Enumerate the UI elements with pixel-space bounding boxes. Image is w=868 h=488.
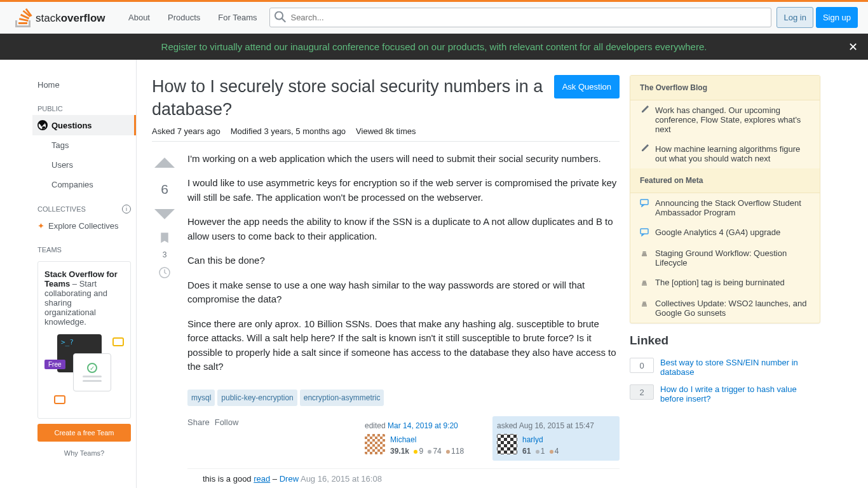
- sidebar-explore-collectives[interactable]: ✦ Explore Collectives: [32, 216, 136, 236]
- comment-author[interactable]: Drew: [280, 474, 299, 484]
- pencil-icon: [640, 105, 650, 116]
- share-link[interactable]: Share: [187, 416, 210, 429]
- linked-item: 2 How do I write a trigger to hash value…: [630, 384, 820, 403]
- search-input[interactable]: [269, 8, 771, 27]
- bronze-count: 4: [555, 447, 559, 456]
- body-p3: However the app needs the ability to kno…: [187, 215, 620, 243]
- editor-name[interactable]: Michael: [390, 435, 416, 444]
- gold-count: 9: [419, 447, 423, 456]
- vote-controls: 6 3: [152, 152, 177, 488]
- teams-promo-box: Stack Overflow for Teams – Start collabo…: [37, 261, 131, 419]
- stack-icon: [640, 248, 650, 259]
- comment-link[interactable]: read: [254, 474, 270, 484]
- upvote-button[interactable]: [153, 152, 176, 177]
- ask-question-button[interactable]: Ask Question: [554, 75, 620, 98]
- follow-link[interactable]: Follow: [215, 416, 239, 429]
- meta-item[interactable]: The [option] tag is being burninated: [655, 278, 785, 287]
- avatar[interactable]: [497, 434, 517, 454]
- bookmark-count: 3: [163, 250, 167, 259]
- downvote-button[interactable]: [153, 202, 176, 227]
- blog-header: The Overflow Blog: [630, 76, 820, 100]
- question-meta: Asked 7 years ago Modified 3 years, 5 mo…: [152, 126, 620, 142]
- svg-text:stackoverflow: stackoverflow: [36, 12, 105, 24]
- tag[interactable]: public-key-encryption: [217, 390, 297, 406]
- body-p4: Can this be done?: [187, 254, 620, 268]
- globe-icon: [37, 120, 48, 130]
- linked-link[interactable]: Best way to store SSN/EIN number in data…: [660, 358, 820, 377]
- body-p5: Does it make sense to use a one way hash…: [187, 278, 620, 307]
- blog-item[interactable]: Work has changed. Our upcoming conferenc…: [655, 105, 810, 134]
- create-team-button[interactable]: Create a free Team: [37, 424, 131, 442]
- linked-item: 0 Best way to store SSN/EIN number in da…: [630, 358, 820, 377]
- timeline-button[interactable]: [159, 267, 170, 280]
- asker-name[interactable]: harlyd: [522, 435, 543, 444]
- section-teams: TEAMS: [32, 236, 136, 256]
- main-content: How to I securely store social security …: [137, 60, 836, 488]
- section-collectives: COLLECTIVES: [37, 205, 86, 213]
- asked-label: Asked: [152, 126, 175, 136]
- ask-time: Aug 16, 2015 at 15:47: [519, 421, 594, 430]
- pencil-icon: [640, 144, 650, 155]
- announcement-banner: Register to virtually attend our inaugur…: [0, 34, 868, 60]
- body-p2: I would like to use asymmetric keys for …: [187, 176, 620, 205]
- nav-products[interactable]: Products: [160, 9, 208, 26]
- meta-speech-icon: [640, 198, 650, 209]
- login-button[interactable]: Log in: [776, 7, 813, 28]
- edit-time-link[interactable]: Mar 14, 2019 at 9:20: [388, 421, 458, 430]
- sidebar-home[interactable]: Home: [32, 75, 136, 95]
- asker-card: asked Aug 16, 2015 at 15:47 harlyd 61 1: [492, 416, 620, 461]
- body-p1: I'm working on a web application which t…: [187, 152, 620, 166]
- svg-rect-3: [641, 229, 648, 234]
- silver-count: 74: [433, 447, 441, 456]
- stack-icon: [640, 278, 650, 288]
- stack-icon: [640, 299, 650, 309]
- bookmark-button[interactable]: [159, 232, 170, 245]
- info-icon[interactable]: i: [122, 205, 131, 214]
- meta-item[interactable]: Google Analytics 4 (GA4) upgrade: [655, 227, 780, 237]
- question-body: I'm working on a web application which t…: [187, 152, 620, 488]
- linked-header: Linked: [630, 334, 820, 348]
- banner-link[interactable]: Register to virtually attend our inaugur…: [161, 41, 707, 52]
- svg-rect-2: [641, 200, 648, 205]
- sidebar-companies[interactable]: Companies: [32, 175, 136, 194]
- post-actions: Share Follow: [187, 416, 238, 429]
- right-sidebar: The Overflow Blog Work has changed. Our …: [630, 75, 820, 488]
- meta-speech-icon: [640, 227, 650, 238]
- linked-link[interactable]: How do I write a trigger to hash value b…: [660, 384, 820, 403]
- bronze-count: 118: [451, 447, 464, 456]
- blog-item[interactable]: How machine learning algorithms figure o…: [655, 144, 810, 163]
- meta-item[interactable]: Announcing the Stack Overflow Student Am…: [655, 198, 810, 217]
- sidebar-users[interactable]: Users: [32, 155, 136, 175]
- modified-value: 3 years, 5 months ago: [264, 126, 346, 136]
- linked-score: 2: [630, 384, 654, 400]
- modified-label: Modified: [231, 126, 262, 136]
- logo[interactable]: stackoverflow: [10, 2, 116, 33]
- tag[interactable]: mysql: [187, 390, 215, 406]
- meta-item[interactable]: Staging Ground Workflow: Question Lifecy…: [655, 248, 810, 268]
- tag[interactable]: encryption-asymmetric: [300, 390, 384, 406]
- editor-rep: 39.1k: [390, 447, 409, 456]
- comment: this is a good read – Drew Aug 16, 2015 …: [187, 468, 620, 488]
- sidebar-tags[interactable]: Tags: [32, 135, 136, 155]
- viewed-value: 8k times: [385, 126, 416, 136]
- signup-button[interactable]: Sign up: [816, 7, 858, 28]
- blog-widget: The Overflow Blog Work has changed. Our …: [630, 75, 820, 323]
- sidebar-questions[interactable]: Questions: [32, 115, 136, 135]
- meta-item[interactable]: Collectives Update: WSO2 launches, and G…: [655, 299, 810, 318]
- tags-list: mysql public-key-encryption encryption-a…: [187, 390, 620, 406]
- avatar[interactable]: [365, 434, 385, 454]
- auth-buttons: Log in Sign up: [776, 7, 858, 28]
- comment-time: Aug 16, 2015 at 16:08: [299, 474, 382, 484]
- section-public: PUBLIC: [32, 95, 136, 115]
- viewed-label: Viewed: [356, 126, 383, 136]
- free-badge: Free: [44, 360, 65, 369]
- close-icon[interactable]: ✕: [848, 40, 858, 54]
- linked-score: 0: [630, 358, 654, 373]
- why-teams-link[interactable]: Why Teams?: [32, 447, 136, 459]
- meta-header: Featured on Meta: [630, 168, 820, 193]
- site-header: stackoverflow About Products For Teams L…: [0, 2, 868, 34]
- nav-about[interactable]: About: [121, 9, 158, 26]
- body-p6: Since there are only aprox. 10 Billion S…: [187, 317, 620, 374]
- vote-count: 6: [161, 182, 168, 197]
- nav-for-teams[interactable]: For Teams: [210, 9, 264, 26]
